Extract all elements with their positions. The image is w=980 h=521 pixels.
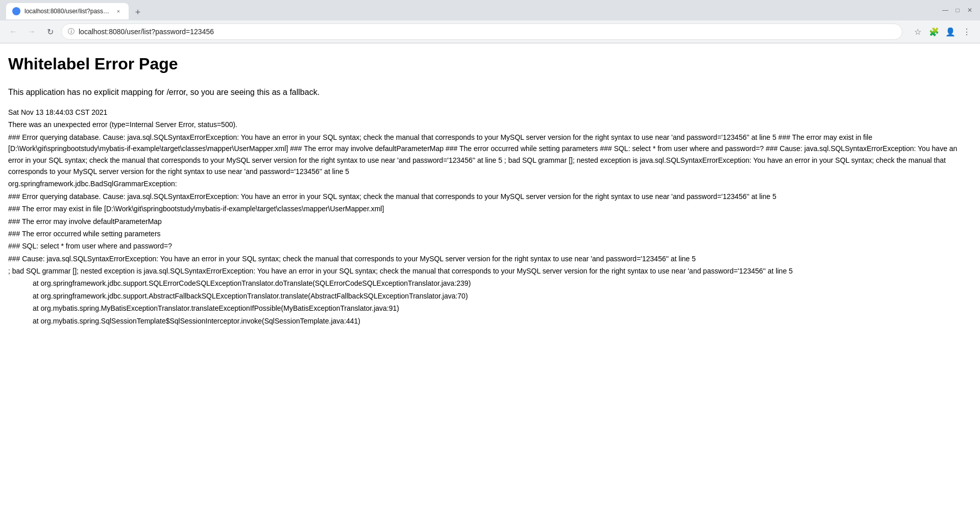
tab-favicon-icon bbox=[12, 7, 20, 15]
forward-button[interactable]: → bbox=[24, 24, 39, 39]
stack-trace-2: at org.springframework.jdbc.support.Abst… bbox=[8, 290, 972, 302]
minimize-button[interactable]: — bbox=[941, 6, 949, 14]
active-tab[interactable]: localhost:8080/user/list?passwor... × bbox=[6, 3, 129, 19]
error-block-1: ### Error querying database. Cause: java… bbox=[8, 132, 972, 178]
tab-label: localhost:8080/user/list?passwor... bbox=[24, 8, 110, 15]
error-block-6: ### SQL: select * from user where and pa… bbox=[8, 240, 972, 252]
error-block-5: ### The error occurred while setting par… bbox=[8, 228, 972, 239]
new-tab-button[interactable]: + bbox=[131, 5, 145, 19]
title-bar: localhost:8080/user/list?passwor... × + … bbox=[0, 0, 980, 20]
fallback-description: This application has no explicit mapping… bbox=[8, 86, 972, 98]
window-controls: — □ ✕ bbox=[941, 6, 974, 14]
error-block-4: ### The error may involve defaultParamet… bbox=[8, 216, 972, 227]
stack-trace-1: at org.springframework.jdbc.support.SQLE… bbox=[8, 278, 972, 289]
error-block-7: ### Cause: java.sql.SQLSyntaxErrorExcept… bbox=[8, 253, 972, 264]
tab-close-button[interactable]: × bbox=[114, 7, 122, 15]
url-text: localhost:8080/user/list?password=123456 bbox=[79, 28, 896, 36]
page-title: Whitelabel Error Page bbox=[8, 52, 972, 76]
error-summary: There was an unexpected error (type=Inte… bbox=[8, 119, 972, 130]
menu-icon[interactable]: ⋮ bbox=[960, 24, 974, 39]
toolbar-right: ☆ 🧩 👤 ⋮ bbox=[911, 24, 974, 39]
profile-icon[interactable]: 👤 bbox=[943, 24, 958, 39]
address-bar[interactable]: ⓘ localhost:8080/user/list?password=1234… bbox=[61, 23, 902, 40]
stack-trace-4: at org.mybatis.spring.SqlSessionTemplate… bbox=[8, 315, 972, 327]
exception-class: org.springframework.jdbc.BadSqlGrammarEx… bbox=[8, 178, 972, 189]
error-details: Sat Nov 13 18:44:03 CST 2021 There was a… bbox=[8, 107, 972, 327]
stack-trace-3: at org.mybatis.spring.MyBatisExceptionTr… bbox=[8, 303, 972, 314]
close-window-button[interactable]: ✕ bbox=[966, 6, 974, 14]
back-button[interactable]: ← bbox=[6, 24, 20, 39]
error-timestamp: Sat Nov 13 18:44:03 CST 2021 bbox=[8, 107, 972, 118]
bookmark-star-icon[interactable]: ☆ bbox=[911, 24, 925, 39]
error-block-8: ; bad SQL grammar []; nested exception i… bbox=[8, 265, 972, 277]
security-icon: ⓘ bbox=[68, 27, 75, 36]
error-block-2: ### Error querying database. Cause: java… bbox=[8, 191, 972, 202]
refresh-button[interactable]: ↻ bbox=[43, 24, 57, 39]
page-content: Whitelabel Error Page This application h… bbox=[0, 43, 980, 336]
extensions-icon[interactable]: 🧩 bbox=[927, 24, 941, 39]
maximize-button[interactable]: □ bbox=[953, 6, 962, 14]
browser-chrome: localhost:8080/user/list?passwor... × + … bbox=[0, 0, 980, 43]
error-block-3: ### The error may exist in file [D:\Work… bbox=[8, 203, 972, 214]
address-bar-row: ← → ↻ ⓘ localhost:8080/user/list?passwor… bbox=[0, 20, 980, 43]
